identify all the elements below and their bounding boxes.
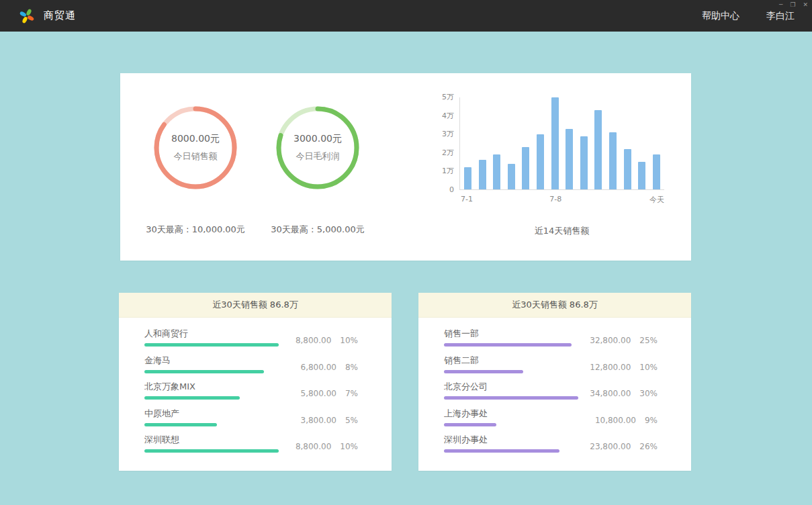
ranking-item-value: 32,800.00 bbox=[590, 336, 631, 345]
ranking-item-value: 10,800.00 bbox=[595, 416, 636, 425]
ranking-item-figures: 34,800.0030% bbox=[590, 389, 658, 398]
window-controls: ─ ❐ ✕ bbox=[779, 1, 808, 9]
bar-chart-title: 近14天销售额 bbox=[459, 225, 664, 237]
ranking-row: 销售二部12,800.0010% bbox=[444, 355, 658, 382]
ranking-item-bar bbox=[144, 370, 264, 373]
ranking-item-value: 8,800.00 bbox=[296, 336, 331, 345]
app-title: 商贸通 bbox=[44, 9, 76, 22]
ranking-row: 销售一部32,800.0025% bbox=[444, 328, 658, 355]
x-tick-first: 7-1 bbox=[461, 195, 473, 203]
user-menu[interactable]: 李白江 bbox=[766, 10, 795, 22]
bar-chart-x-axis: 7-1 7-8 今天 bbox=[459, 195, 664, 204]
ranking-item-bar-track bbox=[444, 370, 578, 373]
ranking-item-percent: 10% bbox=[340, 442, 358, 451]
ranking-row: 金海马6,800.008% bbox=[144, 355, 358, 382]
ranking-item-percent: 30% bbox=[639, 389, 658, 398]
sales-14d-bar-chart: 5万4万3万2万1万0 7-1 7-8 今天 近14天销售额 bbox=[426, 93, 668, 255]
today-profit-label: 今日毛利润 bbox=[296, 150, 340, 163]
y-tick-label: 2万 bbox=[426, 149, 454, 157]
ranking-item-bar bbox=[144, 449, 279, 453]
ranking-item-percent: 9% bbox=[645, 416, 658, 425]
ranking-item-bar bbox=[444, 423, 496, 426]
ranking-item-percent: 10% bbox=[340, 336, 358, 345]
ranking-item-bar-track bbox=[144, 370, 279, 373]
ranking-item-figures: 12,800.0010% bbox=[590, 363, 658, 372]
ranking-title: 近30天销售额 86.8万 bbox=[119, 293, 392, 318]
sales-bar bbox=[537, 134, 544, 189]
sales-bar bbox=[609, 132, 617, 189]
today-profit-value: 3000.00元 bbox=[294, 133, 342, 145]
app-logo-pinwheel-icon bbox=[19, 8, 35, 24]
x-tick-middle: 7-8 bbox=[549, 195, 561, 203]
sales-bar bbox=[653, 154, 660, 189]
sales-bar bbox=[551, 97, 559, 189]
ranking-item-percent: 7% bbox=[345, 389, 358, 398]
ranking-title: 近30天销售额 86.8万 bbox=[418, 293, 691, 318]
y-tick-label: 1万 bbox=[426, 167, 454, 175]
sales-bar bbox=[638, 162, 645, 189]
ranking-item-bar-track bbox=[144, 396, 279, 400]
ranking-card-customers: 近30天销售额 86.8万 人和商贸行8,800.0010%金海马6,800.0… bbox=[119, 293, 392, 471]
ranking-item-figures: 32,800.0025% bbox=[590, 336, 658, 345]
ranking-item-figures: 23,800.0026% bbox=[590, 442, 658, 451]
ranking-item-value: 8,800.00 bbox=[296, 442, 331, 451]
ranking-row: 中原地产3,800.005% bbox=[144, 408, 358, 435]
sales-bar bbox=[594, 110, 602, 189]
bar-chart-plot bbox=[459, 97, 664, 190]
ranking-item-percent: 25% bbox=[639, 336, 658, 345]
donut-center-text: 3000.00元 今日毛利润 bbox=[274, 104, 361, 191]
ranking-list: 人和商贸行8,800.0010%金海马6,800.008%北京万象MIX5,80… bbox=[119, 318, 392, 461]
ranking-card-departments: 近30天销售额 86.8万 销售一部32,800.0025%销售二部12,800… bbox=[418, 293, 691, 471]
ranking-item-bar bbox=[144, 343, 279, 347]
ranking-row: 上海办事处10,800.009% bbox=[444, 408, 658, 435]
donut-center-text: 8000.00元 今日销售额 bbox=[152, 104, 239, 191]
today-sales-30d-max: 30天最高：10,000.00元 bbox=[120, 224, 271, 236]
ranking-item-bar bbox=[444, 343, 572, 347]
maximize-icon[interactable]: ❐ bbox=[790, 1, 795, 9]
ranking-row: 北京万象MIX5,800.007% bbox=[144, 381, 358, 408]
sales-bar bbox=[580, 136, 588, 189]
ranking-item-percent: 10% bbox=[639, 363, 658, 372]
ranking-row: 人和商贸行8,800.0010% bbox=[144, 328, 358, 355]
ranking-item-value: 3,800.00 bbox=[301, 416, 336, 425]
y-tick-label: 0 bbox=[426, 186, 454, 194]
today-profit-30d-max: 30天最高：5,000.00元 bbox=[257, 224, 378, 236]
sales-bar bbox=[464, 167, 471, 189]
minimize-icon[interactable]: ─ bbox=[779, 1, 782, 9]
title-bar: 商贸通 帮助中心 李白江 ─ ❐ ✕ bbox=[0, 0, 812, 32]
ranking-item-bar bbox=[444, 396, 578, 400]
ranking-item-figures: 10,800.009% bbox=[595, 416, 658, 425]
sales-bar bbox=[493, 154, 500, 189]
help-center-link[interactable]: 帮助中心 bbox=[702, 10, 739, 22]
sales-bar bbox=[566, 129, 573, 189]
y-tick-label: 4万 bbox=[426, 112, 454, 120]
today-profit-donut-chart: 3000.00元 今日毛利润 bbox=[274, 104, 361, 191]
ranking-item-bar bbox=[144, 423, 217, 426]
bar-chart-y-axis: 5万4万3万2万1万0 bbox=[426, 93, 454, 194]
ranking-item-bar-track bbox=[144, 423, 279, 426]
sales-bar bbox=[522, 147, 529, 189]
titlebar-nav: 帮助中心 李白江 bbox=[702, 10, 795, 22]
ranking-item-figures: 6,800.008% bbox=[301, 363, 358, 372]
today-sales-donut-block: 8000.00元 今日销售额 30天最高：10,000.00元 bbox=[120, 73, 271, 236]
ranking-list: 销售一部32,800.0025%销售二部12,800.0010%北京分公司34,… bbox=[418, 318, 691, 461]
ranking-item-value: 5,800.00 bbox=[301, 389, 336, 398]
ranking-item-value: 6,800.00 bbox=[301, 363, 336, 372]
ranking-item-bar-track bbox=[444, 343, 578, 347]
ranking-item-value: 34,800.00 bbox=[590, 389, 631, 398]
today-sales-value: 8000.00元 bbox=[171, 133, 220, 145]
ranking-item-percent: 5% bbox=[345, 416, 358, 425]
y-tick-label: 3万 bbox=[426, 130, 454, 138]
today-profit-donut-block: 3000.00元 今日毛利润 30天最高：5,000.00元 bbox=[257, 73, 378, 236]
ranking-item-percent: 8% bbox=[345, 363, 358, 372]
ranking-item-figures: 8,800.0010% bbox=[296, 336, 358, 345]
ranking-item-value: 23,800.00 bbox=[590, 442, 631, 451]
sales-bar bbox=[624, 149, 631, 189]
ranking-item-bar bbox=[444, 449, 559, 453]
ranking-item-figures: 3,800.005% bbox=[301, 416, 358, 425]
ranking-item-value: 12,800.00 bbox=[590, 363, 631, 372]
ranking-item-figures: 5,800.007% bbox=[301, 389, 358, 398]
close-icon[interactable]: ✕ bbox=[803, 1, 808, 9]
y-tick-label: 5万 bbox=[426, 93, 454, 101]
ranking-item-bar-track bbox=[444, 449, 578, 453]
